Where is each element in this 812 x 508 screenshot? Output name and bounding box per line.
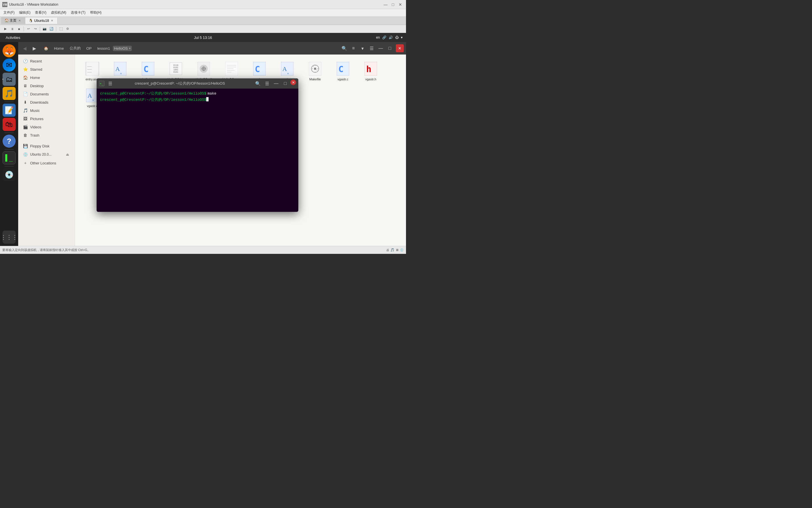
- fm-close-button[interactable]: ✕: [396, 44, 404, 52]
- dock-rhythmbox[interactable]: 🎵: [3, 87, 15, 100]
- dock-files[interactable]: 🗂: [3, 73, 15, 86]
- dock-thunderbird[interactable]: ✉: [3, 58, 15, 72]
- dock-separator-2: [5, 133, 14, 133]
- vm-icon-3[interactable]: 🖥: [396, 248, 399, 252]
- sidebar-item-music[interactable]: 🎵 Music: [19, 107, 74, 115]
- file-vgastr-h[interactable]: h vgastr.h: [358, 59, 383, 83]
- sidebar-ubuntu-label: Ubuntu 20.0...: [30, 153, 51, 157]
- dock-appcenter[interactable]: 🛍: [3, 118, 15, 131]
- terminal-close-button[interactable]: ✕: [290, 80, 296, 85]
- system-menu-chevron[interactable]: ▾: [401, 36, 403, 39]
- fm-maximize-button[interactable]: □: [385, 44, 394, 52]
- sidebar-item-other-locations[interactable]: + Other Locations: [19, 159, 74, 167]
- tab-ubuntu18-close[interactable]: ✕: [50, 19, 54, 23]
- fm-back-button[interactable]: ◀: [21, 44, 29, 52]
- tab-home[interactable]: 🏠 主页 ✕: [1, 17, 25, 24]
- terminal-hamburger-button[interactable]: ☰: [263, 80, 271, 87]
- vm-icon-1[interactable]: 🖨: [386, 248, 389, 252]
- svg-text:≡: ≡: [287, 72, 289, 75]
- file-vgastr-c[interactable]: C vgastr.c: [330, 59, 356, 83]
- dock-help[interactable]: ?: [3, 135, 15, 147]
- terminal-minimize-button[interactable]: —: [272, 80, 280, 87]
- sidebar-item-desktop[interactable]: 🖥 Desktop: [19, 82, 74, 90]
- toolbar-power-btn[interactable]: ▶: [2, 26, 8, 32]
- sidebar-item-documents[interactable]: 📄 Documents: [19, 90, 74, 98]
- sidebar-item-recent[interactable]: 🕐 Recent: [19, 57, 74, 65]
- fm-view-options-button[interactable]: ▾: [358, 44, 367, 52]
- terminal-content-area[interactable]: crescent_p@CrescentP:~/公共的/OP/lesson1/He…: [96, 89, 298, 212]
- svg-text:——: ——: [87, 65, 92, 68]
- vm-icon-4[interactable]: 💿: [400, 248, 404, 252]
- close-button[interactable]: ✕: [397, 2, 404, 7]
- other-locations-icon: +: [23, 161, 28, 166]
- ubuntu-vm-content: Activities Jul 5 13:16 en 🔗 🔊 ⏻ ▾ 🦊 ✉ 🗂 …: [0, 33, 406, 246]
- dock-writer[interactable]: 📝: [3, 103, 15, 117]
- fm-headerbar: ◀ ▶ 🏠 Home 公共的 OP lesson1: [18, 42, 406, 54]
- pictures-icon: 🖼: [23, 116, 28, 121]
- sidebar-pictures-label: Pictures: [30, 117, 43, 121]
- file-makefile-icon: [308, 61, 322, 76]
- sidebar-item-ubuntu[interactable]: 💿 Ubuntu 20.0... ⏏: [19, 150, 74, 159]
- bc-hellos[interactable]: HelloOS ▾: [113, 46, 131, 51]
- toolbar-undo-btn[interactable]: ↩: [25, 26, 32, 32]
- sidebar-item-videos[interactable]: 🎬 Videos: [19, 123, 74, 131]
- dock-terminal[interactable]: ▌_: [3, 151, 15, 164]
- toolbar-snapshot-btn[interactable]: 📷: [41, 26, 48, 32]
- activities-button[interactable]: Activities: [3, 36, 23, 40]
- sidebar-item-starred[interactable]: ⭐ Starred: [19, 65, 74, 73]
- dock-app-grid[interactable]: ⋮⋮⋮: [3, 230, 15, 244]
- sidebar-other-label: Other Locations: [30, 161, 56, 165]
- bc-public[interactable]: 公共的: [67, 45, 84, 52]
- menu-help[interactable]: 帮助(H): [88, 10, 104, 15]
- starred-icon: ⭐: [23, 67, 28, 72]
- svg-text:C: C: [255, 64, 260, 74]
- file-vgastr-h-name: vgastr.h: [365, 77, 376, 81]
- sidebar-starred-label: Starred: [30, 67, 42, 72]
- eject-button[interactable]: ⏏: [65, 152, 70, 157]
- svg-point-27: [314, 68, 316, 70]
- bc-home-icon[interactable]: 🏠: [41, 45, 51, 52]
- toolbar-redo-btn[interactable]: ↪: [32, 26, 38, 32]
- menu-view[interactable]: 查看(V): [33, 10, 49, 15]
- dock-firefox[interactable]: 🦊: [3, 44, 15, 57]
- vmware-vm-toolbar: ▶ ⏸ ■ ↩ ↪ 📷 🔄 ⛶ ⚙: [0, 25, 406, 33]
- language-indicator[interactable]: en: [376, 36, 380, 39]
- svg-text:——: ——: [87, 68, 92, 71]
- bc-op[interactable]: OP: [84, 45, 95, 52]
- fm-menu-button[interactable]: ☰: [367, 44, 376, 52]
- fm-search-button[interactable]: 🔍: [340, 44, 349, 52]
- fm-list-view-button[interactable]: ≡: [349, 44, 358, 52]
- terminal-maximize-button[interactable]: □: [281, 80, 289, 87]
- terminal-search-button[interactable]: 🔍: [254, 80, 262, 87]
- menu-tab[interactable]: 选项卡(T): [69, 10, 87, 15]
- menu-vm[interactable]: 虚拟机(M): [49, 10, 69, 15]
- terminal-window-btns: 🔍 ☰ — □ ✕: [254, 80, 296, 87]
- tab-ubuntu18-label: Ubuntu18: [34, 19, 49, 23]
- menu-file[interactable]: 文件(F): [1, 10, 17, 15]
- sidebar-item-pictures[interactable]: 🖼 Pictures: [19, 115, 74, 123]
- sidebar-item-trash[interactable]: 🗑 Trash: [19, 131, 74, 139]
- fm-minimize-button[interactable]: —: [376, 44, 385, 52]
- sidebar-downloads-label: Downloads: [30, 100, 48, 104]
- fm-sidebar: 🕐 Recent ⭐ Starred 🏠 Home 🖥 Desktop 📄: [18, 54, 75, 246]
- toolbar-pause-btn[interactable]: ⏸: [9, 26, 15, 32]
- toolbar-stop-btn[interactable]: ■: [16, 26, 22, 32]
- bc-home[interactable]: Home: [51, 45, 67, 52]
- tab-ubuntu18[interactable]: 🐧 Ubuntu18 ✕: [25, 17, 58, 24]
- vm-icon-2[interactable]: 🎵: [391, 248, 394, 252]
- toolbar-settings-btn[interactable]: ⚙: [65, 26, 71, 32]
- file-vgastr-o-name: vgastr.o: [87, 104, 98, 108]
- sidebar-item-downloads[interactable]: ⬇ Downloads: [19, 98, 74, 106]
- terminal-menu-button[interactable]: ☰: [106, 80, 114, 87]
- dock-dvd[interactable]: 💿: [3, 168, 15, 181]
- menu-edit[interactable]: 编辑(E): [17, 10, 33, 15]
- sidebar-item-floppy[interactable]: 💾 Floppy Disk: [19, 142, 74, 150]
- file-makefile[interactable]: Makefile: [302, 59, 328, 83]
- toolbar-fullscreen-btn[interactable]: ⛶: [58, 26, 64, 32]
- bc-lesson1[interactable]: lesson1: [94, 45, 113, 52]
- fm-forward-button[interactable]: ▶: [30, 44, 39, 52]
- minimize-button[interactable]: —: [382, 2, 389, 7]
- sidebar-item-home[interactable]: 🏠 Home: [19, 74, 74, 82]
- toolbar-restore-btn[interactable]: 🔄: [48, 26, 54, 32]
- maximize-button[interactable]: □: [390, 2, 396, 7]
